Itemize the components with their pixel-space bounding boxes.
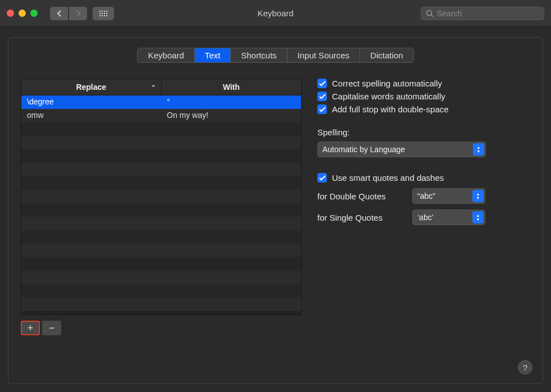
- table-row[interactable]: omw On my way!: [21, 109, 301, 122]
- correct-spelling-checkbox[interactable]: [317, 79, 327, 88]
- full-stop-row: Add full stop with double-space: [317, 104, 530, 114]
- table-row[interactable]: [21, 176, 301, 190]
- table-row[interactable]: [21, 217, 301, 230]
- cell-replace: omw: [21, 109, 161, 122]
- capitalise-label: Capitalise words automatically: [332, 92, 445, 101]
- table-row[interactable]: [21, 271, 301, 284]
- check-icon: [319, 107, 326, 112]
- table-row[interactable]: [21, 136, 301, 149]
- content-area: Keyboard Text Shortcuts Input Sources Di…: [0, 27, 551, 392]
- check-icon: [319, 175, 326, 181]
- select-arrows-icon: ▲▼: [473, 143, 484, 156]
- smart-quotes-checkbox[interactable]: [317, 173, 327, 183]
- check-icon: [319, 94, 326, 99]
- correct-spelling-label: Correct spelling automatically: [332, 79, 442, 88]
- tab-row: Keyboard Text Shortcuts Input Sources Di…: [137, 48, 413, 63]
- zoom-window-button[interactable]: [30, 10, 38, 17]
- table-row[interactable]: [21, 257, 301, 271]
- tab-dictation[interactable]: Dictation: [360, 48, 413, 62]
- cell-with: On my way!: [161, 109, 301, 122]
- table-row[interactable]: [21, 203, 301, 217]
- window-controls: [7, 10, 38, 17]
- options-column: Correct spelling automatically Capitalis…: [317, 79, 530, 335]
- select-arrows-icon: ▲▼: [472, 211, 484, 224]
- double-quotes-select[interactable]: “abc” ▲▼: [412, 188, 485, 204]
- table-row[interactable]: [21, 163, 301, 176]
- table-row[interactable]: [21, 149, 301, 163]
- spelling-select[interactable]: Automatic by Language ▲▼: [317, 142, 486, 157]
- select-arrows-icon: ▲▼: [472, 190, 484, 202]
- column-with[interactable]: With: [162, 79, 302, 95]
- tab-keyboard[interactable]: Keyboard: [138, 48, 194, 62]
- tab-text[interactable]: Text: [195, 48, 231, 62]
- chevron-right-icon: [76, 10, 81, 17]
- check-icon: [319, 81, 326, 86]
- tab-input-sources[interactable]: Input Sources: [288, 48, 361, 62]
- double-quotes-label: for Double Quotes: [317, 192, 404, 201]
- column-replace-label: Replace: [76, 83, 106, 92]
- cell-with: °: [161, 95, 301, 109]
- sort-indicator-icon: ⌃: [151, 84, 156, 90]
- table-row[interactable]: [21, 298, 301, 311]
- svg-line-1: [431, 15, 434, 17]
- table-row[interactable]: [21, 190, 301, 203]
- double-quotes-row: for Double Quotes “abc” ▲▼: [317, 188, 530, 204]
- table-header: Replace ⌃ With: [21, 79, 301, 95]
- table-row[interactable]: [21, 284, 301, 298]
- remove-button[interactable]: −: [42, 321, 61, 335]
- full-stop-checkbox[interactable]: [317, 104, 327, 114]
- spelling-label: Spelling:: [317, 127, 530, 137]
- replacements-table[interactable]: Replace ⌃ With \degree °: [21, 79, 302, 315]
- smart-quotes-row: Use smart quotes and dashes: [317, 173, 530, 183]
- help-button[interactable]: ?: [518, 360, 532, 375]
- table-row[interactable]: [21, 122, 301, 136]
- minimize-window-button[interactable]: [19, 10, 26, 17]
- panel-body: Replace ⌃ With \degree °: [21, 79, 530, 335]
- cell-replace: \degree: [21, 95, 161, 109]
- add-button[interactable]: +: [21, 321, 40, 335]
- smart-quotes-label: Use smart quotes and dashes: [332, 173, 444, 183]
- full-stop-label: Add full stop with double-space: [332, 104, 449, 114]
- table-buttons: + −: [21, 321, 302, 335]
- spelling-value: Automatic by Language: [322, 145, 405, 154]
- tab-shortcuts[interactable]: Shortcuts: [231, 48, 287, 62]
- svg-point-0: [427, 10, 432, 15]
- table-row[interactable]: \degree °: [21, 95, 301, 109]
- capitalise-checkbox[interactable]: [317, 92, 327, 101]
- single-quotes-row: for Single Quotes ‘abc’ ▲▼: [317, 209, 530, 225]
- panel: Keyboard Text Shortcuts Input Sources Di…: [8, 37, 543, 384]
- forward-button[interactable]: [69, 7, 87, 20]
- chevron-left-icon: [57, 10, 62, 17]
- column-replace[interactable]: Replace ⌃: [21, 79, 162, 95]
- search-icon: [426, 10, 434, 17]
- preferences-window: Keyboard Keyboard Text Shortcuts Input S…: [0, 0, 551, 392]
- single-quotes-value: ‘abc’: [417, 213, 434, 222]
- capitalise-row: Capitalise words automatically: [317, 92, 530, 101]
- table-row[interactable]: [21, 230, 301, 244]
- search-field-wrap[interactable]: [421, 7, 544, 20]
- double-quotes-value: “abc”: [417, 192, 435, 200]
- tab-bar: Keyboard Text Shortcuts Input Sources Di…: [21, 48, 530, 63]
- nav-buttons: [50, 7, 87, 20]
- close-window-button[interactable]: [7, 10, 14, 17]
- table-row[interactable]: [21, 244, 301, 257]
- back-button[interactable]: [50, 7, 68, 20]
- table-body: \degree ° omw On my way!: [21, 95, 301, 314]
- replacements-section: Replace ⌃ With \degree °: [21, 79, 302, 335]
- show-all-button[interactable]: [93, 7, 114, 20]
- column-with-label: With: [223, 83, 240, 92]
- correct-spelling-row: Correct spelling automatically: [317, 79, 530, 88]
- search-input[interactable]: [437, 9, 539, 18]
- grid-icon: [99, 11, 107, 16]
- titlebar: Keyboard: [0, 0, 551, 27]
- window-title: Keyboard: [257, 8, 293, 18]
- single-quotes-select[interactable]: ‘abc’ ▲▼: [412, 209, 485, 225]
- single-quotes-label: for Single Quotes: [317, 213, 404, 222]
